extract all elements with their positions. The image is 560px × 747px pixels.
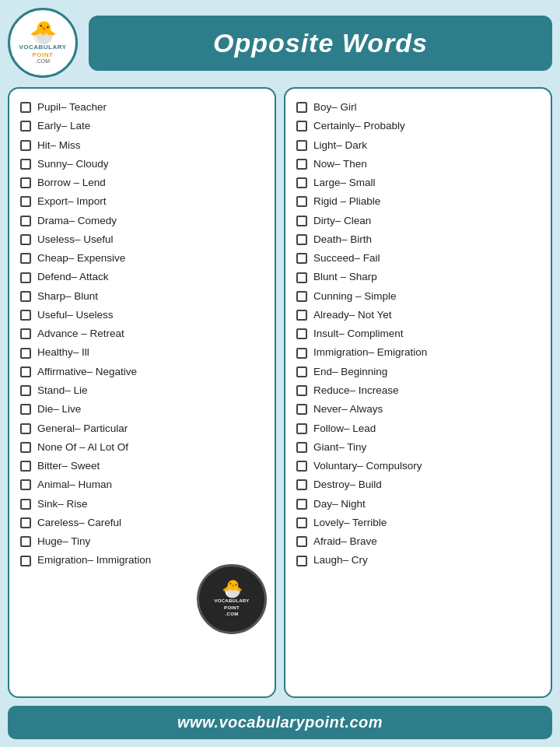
checkbox-icon: [296, 216, 307, 226]
checkbox-icon: [296, 291, 307, 302]
checkbox-icon: [20, 499, 31, 510]
word-pair: Reduce– Increase: [313, 382, 399, 399]
checkbox-icon: [20, 196, 31, 207]
checkbox-icon: [296, 479, 307, 490]
word-pair: Bitter– Sweet: [37, 458, 100, 475]
word-pair: Careless– Careful: [37, 514, 121, 531]
word-pair: Rigid – Pliable: [313, 193, 380, 210]
list-item: Now– Then: [296, 155, 543, 174]
page-wrapper: 🐣 VOCABULARY POINT .COM Opposite Words P…: [0, 0, 560, 747]
list-item: Animal– Human: [20, 475, 267, 494]
list-item: Useless– Useful: [20, 230, 267, 249]
checkbox-icon: [296, 385, 307, 396]
checkbox-icon: [20, 177, 31, 188]
list-item: Sunny– Cloudy: [20, 155, 267, 174]
checkbox-icon: [296, 348, 307, 359]
list-item: Light– Dark: [296, 136, 543, 155]
checkbox-icon: [20, 404, 31, 415]
list-item: Export– Import: [20, 192, 267, 211]
word-pair: General– Particular: [37, 420, 128, 437]
word-pair: Large– Small: [313, 174, 376, 191]
word-pair: Blunt – Sharp: [313, 268, 377, 286]
list-item: Destroy– Build: [296, 475, 543, 494]
checkbox-icon: [20, 140, 31, 151]
list-item: End– Beginning: [296, 363, 543, 381]
word-pair: Early– Late: [37, 117, 90, 135]
word-pair: Useful– Useless: [37, 307, 114, 324]
list-item: None Of – Al Lot Of: [20, 438, 267, 457]
word-pair: Drama– Comedy: [37, 212, 117, 230]
footer: www.vocabularypoint.com: [8, 706, 552, 739]
checkbox-icon: [20, 121, 31, 132]
watermark-text: VOCABULARYPOINT.COM: [214, 598, 249, 617]
word-pair: Lovely– Terrible: [313, 514, 387, 531]
word-pair: Sharp– Blunt: [37, 288, 98, 305]
word-pair: Emigration– Immigration: [37, 552, 151, 569]
list-item: Immigration– Emigration: [296, 343, 543, 362]
checkbox-icon: [296, 272, 307, 283]
list-item: Giant– Tiny: [296, 438, 543, 457]
checkbox-icon: [296, 196, 307, 207]
checkbox-icon: [296, 121, 307, 132]
list-item: Borrow – Lend: [20, 174, 267, 192]
word-pair: Advance – Retreat: [37, 325, 124, 342]
list-item: Succeed– Fail: [296, 249, 543, 268]
page-title: Opposite Words: [213, 28, 428, 58]
word-pair: Sunny– Cloudy: [37, 156, 109, 173]
checkbox-icon: [296, 536, 307, 547]
word-pair: Day– Night: [313, 496, 366, 513]
list-item: Die– Live: [20, 400, 267, 419]
list-item: General– Particular: [20, 419, 267, 438]
word-pair: None Of – Al Lot Of: [37, 439, 128, 456]
footer-url: www.vocabularypoint.com: [177, 714, 383, 731]
checkbox-icon: [20, 291, 31, 302]
word-pair: Die– Live: [37, 401, 81, 418]
checkbox-icon: [296, 461, 307, 472]
word-pair: Death– Birth: [313, 231, 372, 248]
checkbox-icon: [296, 556, 307, 566]
word-pair: Afraid– Brave: [313, 533, 377, 550]
checkbox-icon: [296, 442, 307, 453]
checkbox-icon: [20, 385, 31, 396]
list-item: Hit– Miss: [20, 136, 267, 155]
list-item: Bitter– Sweet: [20, 457, 267, 475]
list-item: Never– Always: [296, 400, 543, 419]
checkbox-icon: [20, 423, 31, 434]
list-item: Defend– Attack: [20, 268, 267, 286]
logo-point-text: POINT: [33, 51, 54, 58]
checkbox-icon: [20, 234, 31, 245]
word-pair: Certainly– Probably: [313, 117, 405, 135]
word-pair: Boy– Girl: [313, 99, 357, 116]
header: 🐣 VOCABULARY POINT .COM Opposite Words: [8, 8, 552, 78]
word-pair: Stand– Lie: [37, 382, 88, 399]
list-item: Sharp– Blunt: [20, 287, 267, 306]
word-pair: Animal– Human: [37, 476, 112, 493]
checkbox-icon: [296, 366, 307, 377]
list-item: Affirmative– Negative: [20, 363, 267, 381]
word-pair: Useless– Useful: [37, 231, 114, 248]
list-item: Laugh– Cry: [296, 551, 543, 570]
word-pair: Healthy– Ill: [37, 344, 89, 361]
list-item: Day– Night: [296, 495, 543, 514]
list-item: Death– Birth: [296, 230, 543, 249]
checkbox-icon: [20, 442, 31, 453]
checkbox-icon: [296, 159, 307, 170]
list-item: Blunt – Sharp: [296, 268, 543, 286]
list-item: Careless– Careful: [20, 514, 267, 532]
list-item: Pupil– Teacher: [20, 98, 267, 117]
watermark: 🐣 VOCABULARYPOINT.COM: [197, 564, 267, 634]
word-pair: Sink– Rise: [37, 496, 88, 513]
checkbox-icon: [20, 253, 31, 264]
word-pair: Immigration– Emigration: [313, 344, 427, 361]
checkbox-icon: [296, 234, 307, 245]
word-pair: Giant– Tiny: [313, 439, 366, 456]
list-item: Sink– Rise: [20, 495, 267, 514]
word-pair: Succeed– Fail: [313, 250, 380, 267]
word-pair: Borrow – Lend: [37, 174, 106, 191]
list-item: Cunning – Simple: [296, 287, 543, 306]
left-word-list: Pupil– TeacherEarly– LateHit– MissSunny–…: [20, 98, 267, 570]
content-area: Pupil– TeacherEarly– LateHit– MissSunny–…: [8, 87, 552, 698]
logo: 🐣 VOCABULARY POINT .COM: [8, 8, 78, 78]
word-pair: Already– Not Yet: [313, 307, 392, 324]
word-pair: Laugh– Cry: [313, 552, 368, 569]
